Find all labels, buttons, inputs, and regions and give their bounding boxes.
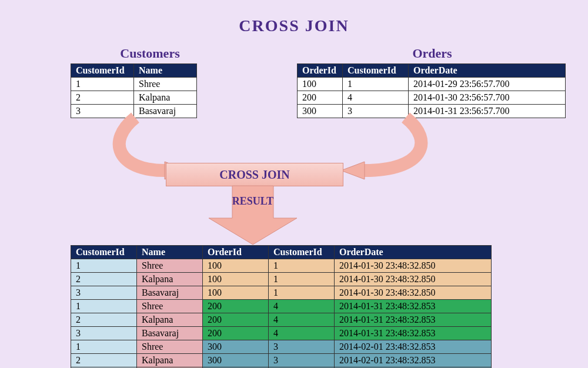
cell: 4 xyxy=(269,300,335,313)
cell: 3 xyxy=(269,354,335,367)
cell: 1 xyxy=(71,340,137,354)
col-header: OrderDate xyxy=(409,64,566,78)
cell: 2014-01-29 23:56:57.700 xyxy=(409,78,566,91)
cell: 1 xyxy=(269,273,335,286)
cell: 200 xyxy=(203,313,269,327)
cell: 2014-01-31 23:48:32.853 xyxy=(335,313,492,327)
cell: 1 xyxy=(71,78,134,91)
cell: Basavaraj xyxy=(134,105,197,118)
cell: Shree xyxy=(137,340,203,354)
cell: 2014-01-30 23:48:32.850 xyxy=(335,259,492,273)
cell: 2014-01-30 23:48:32.850 xyxy=(335,273,492,286)
cell: Basavaraj xyxy=(137,286,203,300)
cell: 100 xyxy=(203,286,269,300)
cell: 200 xyxy=(298,91,343,105)
cell: 2014-01-30 23:56:57.700 xyxy=(409,91,566,105)
cell: Shree xyxy=(137,259,203,273)
cell: 300 xyxy=(203,354,269,367)
arrow-result-icon xyxy=(206,186,300,245)
table-row: 1Shree20042014-01-31 23:48:32.853 xyxy=(71,300,492,313)
cell: Basavaraj xyxy=(137,327,203,340)
table-row: 3Basavaraj10012014-01-30 23:48:32.850 xyxy=(71,286,492,300)
cell: 3 xyxy=(71,286,137,300)
cell: Kalpana xyxy=(137,354,203,367)
cell: 300 xyxy=(203,340,269,354)
cell: Kalpana xyxy=(137,273,203,286)
cell: Shree xyxy=(137,300,203,313)
cell: Kalpana xyxy=(134,91,197,105)
customers-heading: Customers xyxy=(91,46,209,61)
col-header: CustomerId xyxy=(269,246,335,259)
cell: 2 xyxy=(71,354,137,367)
cell: 200 xyxy=(203,327,269,340)
cell: 3 xyxy=(269,340,335,354)
svg-marker-1 xyxy=(341,162,365,179)
arrow-orders-to-join-icon xyxy=(329,118,435,182)
cell: 300 xyxy=(298,105,343,118)
table-row: 1Shree30032014-02-01 23:48:32.853 xyxy=(71,340,492,354)
cell: 2 xyxy=(71,91,134,105)
cell: 3 xyxy=(71,327,137,340)
table-row: 2Kalpana30032014-02-01 23:48:32.853 xyxy=(71,354,492,367)
cell: 100 xyxy=(298,78,343,91)
table-row: 2Kalpana10012014-01-30 23:48:32.850 xyxy=(71,273,492,286)
cell: 2 xyxy=(71,273,137,286)
cell: 2014-02-01 23:48:32.853 xyxy=(335,340,492,354)
col-header: OrderDate xyxy=(335,246,492,259)
table-row: 1Shree10012014-01-30 23:48:32.850 xyxy=(71,259,492,273)
col-header: Name xyxy=(137,246,203,259)
cell: 4 xyxy=(269,327,335,340)
col-header: CustomerId xyxy=(71,64,134,78)
cell: 3 xyxy=(343,105,409,118)
col-header: OrderId xyxy=(203,246,269,259)
cell: 1 xyxy=(269,286,335,300)
col-header: CustomerId xyxy=(343,64,409,78)
cell: 1 xyxy=(269,259,335,273)
col-header: CustomerId xyxy=(71,246,137,259)
orders-table: OrderId CustomerId OrderDate 10012014-01… xyxy=(297,63,566,118)
cell: 3 xyxy=(71,105,134,118)
table-row: 2Kalpana xyxy=(71,91,197,105)
cell: 1 xyxy=(343,78,409,91)
cell: 2014-01-31 23:48:32.853 xyxy=(335,327,492,340)
cell: 4 xyxy=(269,313,335,327)
orders-heading: Orders xyxy=(297,46,567,61)
cell: 2014-01-30 23:48:32.850 xyxy=(335,286,492,300)
page-title: CROSS JOIN xyxy=(0,16,588,35)
result-table: CustomerId Name OrderId CustomerId Order… xyxy=(71,245,492,368)
cell: 1 xyxy=(71,259,137,273)
svg-marker-2 xyxy=(209,186,297,245)
cell: Shree xyxy=(134,78,197,91)
cell: 200 xyxy=(203,300,269,313)
cell: 2014-01-31 23:48:32.853 xyxy=(335,300,492,313)
cell: 100 xyxy=(203,273,269,286)
customers-table: CustomerId Name 1Shree2Kalpana3Basavaraj xyxy=(71,63,197,118)
table-row: 30032014-01-31 23:56:57.700 xyxy=(298,105,566,118)
cell: 100 xyxy=(203,259,269,273)
table-row: 20042014-01-30 23:56:57.700 xyxy=(298,91,566,105)
table-row: 1Shree xyxy=(71,78,197,91)
cell: 1 xyxy=(71,300,137,313)
operator-box: CROSS JOIN xyxy=(166,163,343,186)
cell: 2014-01-31 23:56:57.700 xyxy=(409,105,566,118)
table-row: 3Basavaraj20042014-01-31 23:48:32.853 xyxy=(71,327,492,340)
cell: 2014-02-01 23:48:32.853 xyxy=(335,354,492,367)
cell: Kalpana xyxy=(137,313,203,327)
table-row: 10012014-01-29 23:56:57.700 xyxy=(298,78,566,91)
col-header: Name xyxy=(134,64,197,78)
result-label: RESULT xyxy=(218,195,288,208)
table-row: 2Kalpana20042014-01-31 23:48:32.853 xyxy=(71,313,492,327)
cell: 2 xyxy=(71,313,137,327)
cell: 4 xyxy=(343,91,409,105)
col-header: OrderId xyxy=(298,64,343,78)
